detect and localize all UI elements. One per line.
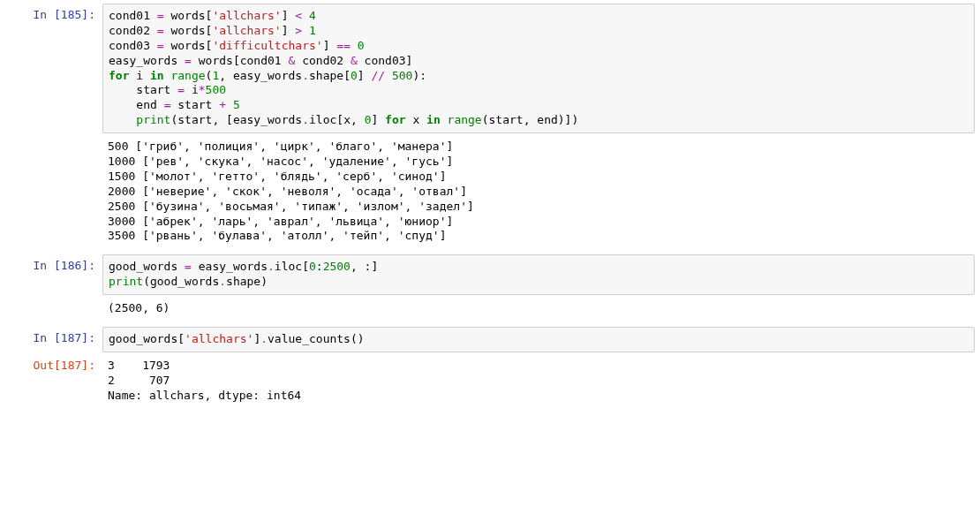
input-prompt: In [185]: (5, 4, 102, 133)
cell-output: (2500, 6) (5, 297, 975, 320)
output-prompt: Out[187]: (5, 354, 102, 407)
notebook: In [185]:cond01 = words['allchars'] < 4 … (5, 4, 975, 414)
cell-input: In [186]:good_words = easy_words.iloc[0:… (5, 254, 975, 295)
output-text: (2500, 6) (102, 297, 975, 320)
code-input[interactable]: good_words = easy_words.iloc[0:2500, :] … (102, 254, 975, 295)
cell-output: Out[187]:3 1793 2 707 Name: allchars, dt… (5, 354, 975, 407)
output-text: 3 1793 2 707 Name: allchars, dtype: int6… (102, 354, 975, 407)
code-input[interactable]: cond01 = words['allchars'] < 4 cond02 = … (102, 4, 975, 133)
cell-input: In [187]:good_words['allchars'].value_co… (5, 327, 975, 352)
output-text: 500 ['гриб', 'полиция', 'цирк', 'благо',… (102, 135, 975, 247)
code-input[interactable]: good_words['allchars'].value_counts() (102, 327, 975, 352)
cell-input: In [185]:cond01 = words['allchars'] < 4 … (5, 4, 975, 133)
output-prompt (5, 135, 102, 247)
output-prompt (5, 297, 102, 320)
input-prompt: In [186]: (5, 254, 102, 295)
cell-output: 500 ['гриб', 'полиция', 'цирк', 'благо',… (5, 135, 975, 247)
input-prompt: In [187]: (5, 327, 102, 352)
